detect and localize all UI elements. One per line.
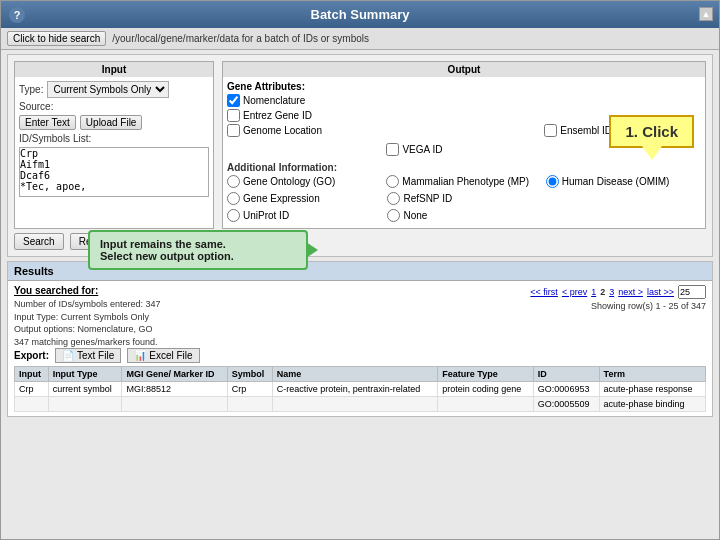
cell-go-id: GO:0005509 bbox=[533, 397, 599, 412]
search-form: Input Type: Current Symbols Only Source:… bbox=[7, 54, 713, 257]
col-input: Input bbox=[15, 367, 49, 382]
hide-search-bar: Click to hide search /your/local/gene/ma… bbox=[1, 28, 719, 50]
excel-file-button[interactable]: 📊 Excel File bbox=[127, 348, 199, 363]
type-select[interactable]: Current Symbols Only bbox=[47, 81, 169, 98]
export-label: Export: bbox=[14, 350, 49, 361]
cell-go-term: acute-phase response bbox=[599, 382, 705, 397]
page3-link[interactable]: 3 bbox=[609, 287, 614, 297]
input-section-title: Input bbox=[15, 62, 213, 77]
id-symbols-textarea[interactable]: Crp Aifm1 Dcaf6 *Tec, apoe, bbox=[19, 147, 209, 197]
col-mgi-id: MGI Gene/ Marker ID bbox=[122, 367, 227, 382]
cell-mgi-id: MGI:88512 bbox=[122, 382, 227, 397]
prev-page-link[interactable]: < prev bbox=[562, 287, 587, 297]
gene-ontology-label: Gene Ontology (GO) bbox=[243, 176, 335, 187]
output-options-label: Output options: Nomenclature, GO bbox=[14, 323, 161, 336]
pagination-row: << first < prev 1 2 3 next > last >> bbox=[530, 285, 706, 299]
cell-name bbox=[272, 397, 438, 412]
next-page-link[interactable]: next > bbox=[618, 287, 643, 297]
help-icon[interactable]: ? bbox=[9, 7, 25, 23]
file-icon: 📄 bbox=[62, 350, 74, 361]
matching-label: 347 matching genes/markers found. bbox=[14, 336, 161, 349]
page2-current[interactable]: 2 bbox=[600, 287, 605, 297]
count-label: Number of IDs/symbols entered: 347 bbox=[14, 298, 161, 311]
entrez-label: Entrez Gene ID bbox=[243, 110, 312, 121]
page1-link[interactable]: 1 bbox=[591, 287, 596, 297]
nomenclature-checkbox[interactable] bbox=[227, 94, 240, 107]
source-label: Source: bbox=[19, 101, 53, 112]
input-type-label: Input Type: Current Symbols Only bbox=[14, 311, 161, 324]
green-callout: Input remains the same. Select new outpu… bbox=[88, 230, 308, 270]
output-section-title: Output bbox=[223, 62, 705, 77]
table-row: Crp current symbol MGI:88512 Crp C-react… bbox=[15, 382, 706, 397]
title-bar: ? Batch Summary ▲ bbox=[1, 1, 719, 28]
mammalian-phenotype-radio[interactable] bbox=[386, 175, 399, 188]
col-input-type: Input Type bbox=[48, 367, 122, 382]
results-body: You searched for: Number of IDs/symbols … bbox=[8, 281, 712, 416]
cell-feature-type: protein coding gene bbox=[438, 382, 534, 397]
search-button[interactable]: Search bbox=[14, 233, 64, 250]
col-go-id: ID bbox=[533, 367, 599, 382]
cell-symbol: Crp bbox=[227, 382, 272, 397]
cell-symbol bbox=[227, 397, 272, 412]
cell-go-term: acute-phase binding bbox=[599, 397, 705, 412]
refsnp-label: RefSNP ID bbox=[403, 193, 452, 204]
genome-location-label: Genome Location bbox=[243, 125, 322, 136]
showing-label: Showing row(s) 1 - 25 of 347 bbox=[530, 301, 706, 311]
excel-file-label: Excel File bbox=[149, 350, 192, 361]
uniprot-radio[interactable] bbox=[227, 209, 240, 222]
results-table: Input Input Type MGI Gene/ Marker ID Sym… bbox=[14, 366, 706, 412]
searched-for-label: You searched for: bbox=[14, 285, 161, 296]
uniprot-label: UniProt ID bbox=[243, 210, 289, 221]
human-disease-label: Human Disease (OMIM) bbox=[562, 176, 670, 187]
type-label: Type: bbox=[19, 84, 43, 95]
col-feature-type: Feature Type bbox=[438, 367, 534, 382]
refsnp-radio[interactable] bbox=[387, 192, 400, 205]
vega-label: VEGA ID bbox=[402, 144, 442, 155]
additional-info-label: Additional Information: bbox=[227, 162, 701, 173]
ensembl-label: Ensembl ID bbox=[560, 125, 612, 136]
cell-name: C-reactive protein, pentraxin-related bbox=[272, 382, 438, 397]
cell-input-type: current symbol bbox=[48, 382, 122, 397]
nomenclature-label: Nomenclature bbox=[243, 95, 305, 106]
green-callout-line1: Input remains the same. bbox=[100, 238, 296, 250]
col-symbol: Symbol bbox=[227, 367, 272, 382]
enter-text-button[interactable]: Enter Text bbox=[19, 115, 76, 130]
col-go-term: Term bbox=[599, 367, 705, 382]
gene-expression-label: Gene Expression bbox=[243, 193, 320, 204]
window-title: Batch Summary bbox=[311, 7, 410, 22]
gene-attributes-label: Gene Attributes: bbox=[227, 81, 701, 92]
upload-file-button[interactable]: Upload File bbox=[80, 115, 143, 130]
id-symbols-label: ID/Symbols List: bbox=[19, 133, 91, 144]
scroll-up-button[interactable]: ▲ bbox=[699, 7, 713, 21]
gene-expression-radio[interactable] bbox=[227, 192, 240, 205]
none-label: None bbox=[403, 210, 427, 221]
export-row: Export: 📄 Text File 📊 Excel File bbox=[14, 348, 706, 363]
text-file-label: Text File bbox=[77, 350, 114, 361]
last-page-link[interactable]: last >> bbox=[647, 287, 674, 297]
first-page-link[interactable]: << first bbox=[530, 287, 558, 297]
ensembl-checkbox[interactable] bbox=[544, 124, 557, 137]
callout-label: 1. Click bbox=[625, 123, 678, 140]
green-callout-line2: Select new output option. bbox=[100, 250, 296, 262]
cell-feature-type bbox=[438, 397, 534, 412]
excel-icon: 📊 bbox=[134, 350, 146, 361]
vega-checkbox[interactable] bbox=[386, 143, 399, 156]
main-window: ? Batch Summary ▲ Click to hide search /… bbox=[0, 0, 720, 540]
human-disease-radio[interactable] bbox=[546, 175, 559, 188]
text-file-button[interactable]: 📄 Text File bbox=[55, 348, 121, 363]
cell-input: Crp bbox=[15, 382, 49, 397]
hide-search-button[interactable]: Click to hide search bbox=[7, 31, 106, 46]
path-text: /your/local/gene/marker/data for a batch… bbox=[112, 33, 369, 44]
gene-ontology-radio[interactable] bbox=[227, 175, 240, 188]
genome-location-checkbox[interactable] bbox=[227, 124, 240, 137]
none-radio[interactable] bbox=[387, 209, 400, 222]
page-size-input[interactable] bbox=[678, 285, 706, 299]
results-section: Results You searched for: Number of IDs/… bbox=[7, 261, 713, 417]
cell-input-type bbox=[48, 397, 122, 412]
mammalian-phenotype-label: Mammalian Phenotype (MP) bbox=[402, 176, 529, 187]
cell-input bbox=[15, 397, 49, 412]
callout-box: 1. Click bbox=[609, 115, 694, 148]
cell-mgi-id bbox=[122, 397, 227, 412]
entrez-checkbox[interactable] bbox=[227, 109, 240, 122]
input-section: Input Type: Current Symbols Only Source:… bbox=[14, 61, 214, 229]
